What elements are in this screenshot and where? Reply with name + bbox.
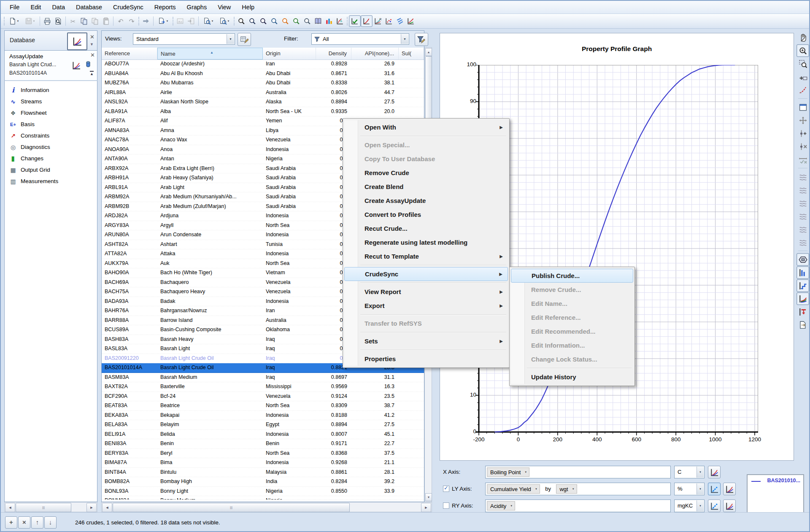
ry-axis-checkbox[interactable] xyxy=(443,502,449,509)
table-row[interactable]: BELA83A Belayim Egypt 0.8894 27.5 xyxy=(102,420,424,430)
chevron-down-icon[interactable]: ▼ xyxy=(697,467,704,478)
menu-create-blend[interactable]: Create Blend ▶ xyxy=(344,180,508,194)
panel-splitter[interactable] xyxy=(97,30,101,512)
database-cylinder-icon[interactable] xyxy=(85,60,92,68)
column-header-origin[interactable]: Origin xyxy=(263,48,316,59)
table-row[interactable]: BCF290A Bcf-24 Venezuela 0.9124 23.5 xyxy=(102,392,424,402)
move-points[interactable] xyxy=(796,114,809,127)
chevron-down-icon[interactable]: ▼ xyxy=(697,500,704,511)
close-panel-icon[interactable]: ✕ xyxy=(90,34,94,40)
table-row[interactable]: BELI91A Belida Indonesia 0.8007 45.1 xyxy=(102,430,424,440)
scroll-down-icon[interactable]: ▼ xyxy=(425,493,432,501)
menu-sets[interactable]: Sets ▶ xyxy=(344,334,508,348)
scroll-left-icon[interactable]: ◄ xyxy=(5,503,15,512)
view-histogram[interactable] xyxy=(796,266,809,279)
export-graph[interactable] xyxy=(796,319,809,331)
table-row[interactable]: BONM83A Bonny Medium Nigeria xyxy=(102,496,424,500)
view-image[interactable]: ▼ xyxy=(175,16,186,27)
menu-copy-to-user-database[interactable]: Copy To User Database ▶ xyxy=(344,152,508,166)
add-annotation[interactable] xyxy=(796,70,809,83)
find-assay[interactable]: ▼ xyxy=(258,16,269,27)
cut-points[interactable] xyxy=(796,305,809,318)
ly-axis-property-field[interactable]: Cumulative Yield by wgt xyxy=(485,483,671,495)
sidebar-hscrollbar[interactable]: ◄ ► xyxy=(4,502,97,512)
table-row[interactable]: BOMB82A Bombay High India 0.8284 39.2 xyxy=(102,477,424,487)
menu-bar-item[interactable]: Data xyxy=(46,2,70,12)
pan-hand[interactable] xyxy=(796,31,809,44)
x-axis-options-button[interactable] xyxy=(708,466,721,478)
ry-axis-unit-dropdown[interactable]: mgKC▼ xyxy=(674,500,705,512)
menu-crudesync[interactable]: CrudeSync ▶ xyxy=(344,267,508,281)
find-crude[interactable]: ▼ xyxy=(236,16,247,27)
toggle-profile-graph[interactable]: ▼ xyxy=(361,15,373,27)
ry-axis-options-button[interactable] xyxy=(723,500,736,512)
save-document[interactable]: ▼ xyxy=(22,16,38,27)
menu-remove-crude[interactable]: Remove Crude ▶ xyxy=(344,166,508,180)
sidebar-item-output-grid[interactable]: Output Grid xyxy=(5,164,97,176)
collapse-icon[interactable]: ▲ xyxy=(90,71,94,76)
sidebar-item-basis[interactable]: Basis xyxy=(5,119,97,130)
table-row[interactable]: BAXT82A Baxterville Mississippi 0.9569 1… xyxy=(102,382,424,392)
add-curves[interactable] xyxy=(796,210,809,222)
table-row[interactable]: AIRL88A Airlie Australia 0.8026 44.7 xyxy=(102,88,424,98)
column-header-name[interactable]: ▲Name xyxy=(157,48,263,59)
copy-curves[interactable] xyxy=(796,184,809,196)
menu-bar-item[interactable]: Reports xyxy=(149,2,181,12)
undo[interactable]: ▼ xyxy=(115,16,126,27)
menu-bar-item[interactable]: File xyxy=(4,2,25,12)
sidebar-item-information[interactable]: Information xyxy=(5,84,97,96)
dropdown-arrow-icon[interactable]: ▼ xyxy=(211,20,214,22)
find-general[interactable]: ▼ xyxy=(302,16,313,27)
menu-bar-item[interactable]: CrudeSync xyxy=(108,2,149,12)
find-property[interactable]: ▼ xyxy=(280,16,291,27)
table-row[interactable]: BINT84A Bintulu Malaysia 0.8861 28.1 xyxy=(102,468,424,478)
assay-update-card[interactable]: AssayUpdate Basrah Light Crud... BAS2010… xyxy=(4,50,97,81)
ly-axis-options-button[interactable] xyxy=(723,483,736,495)
add-point[interactable] xyxy=(796,127,809,140)
menu-open-with[interactable]: Open With ▶ xyxy=(344,120,508,134)
table-row[interactable]: BIMA87A Bima Indonesia 0.9268 21.1 xyxy=(102,458,424,468)
table-hscrollbar[interactable]: ◄ ► xyxy=(101,502,432,512)
delete-point[interactable] xyxy=(796,140,809,153)
scroll-right-icon[interactable]: ► xyxy=(421,503,431,512)
toggle-curve-points[interactable] xyxy=(796,153,809,166)
find-in-document-alt[interactable]: ▼ xyxy=(216,16,232,27)
table-row[interactable]: BEKA83A Bekapai Indonesia 0.8188 41.2 xyxy=(102,411,424,421)
data-sets[interactable]: ▼ xyxy=(324,16,335,27)
fit-curve[interactable] xyxy=(796,84,809,96)
menu-bar-item[interactable]: Database xyxy=(70,2,108,12)
view-curves[interactable] xyxy=(796,292,809,305)
x-axis-property-field[interactable]: Boiling Point xyxy=(485,466,671,478)
table-row[interactable]: BEAT83A Beatrice North Sea 0.8309 38.7 xyxy=(102,401,424,411)
assay-chart-icon[interactable] xyxy=(71,61,81,70)
submenu-remove-crude[interactable]: Remove Crude... ▶ xyxy=(511,283,633,297)
dropdown-arrow-icon[interactable]: ▼ xyxy=(166,20,169,22)
menu-recut-crude[interactable]: Recut Crude... ▶ xyxy=(344,221,508,235)
table-row[interactable]: ABUA84A Abu Al Bu Khoosh Abu Dhabi 0.867… xyxy=(102,69,424,79)
submenu-edit-reference[interactable]: Edit Reference... ▶ xyxy=(511,311,633,324)
shift-curves[interactable] xyxy=(796,170,809,183)
menu-regenerate[interactable]: Regenerate using latest modelling ▶ xyxy=(344,235,508,249)
scroll-right-icon[interactable]: ► xyxy=(86,503,97,512)
menu-convert-to-profiles[interactable]: Convert to Profiles ▶ xyxy=(344,208,508,221)
menu-bar-item[interactable]: Edit xyxy=(25,2,46,12)
new-document[interactable]: ▼ xyxy=(6,16,22,27)
dropdown-arrow-icon[interactable]: ▼ xyxy=(33,20,35,22)
table-row[interactable]: BENI83A Benin Benin 0.9171 22.7 xyxy=(102,439,424,449)
find-sample[interactable]: ▼ xyxy=(269,16,280,27)
submenu-update-history[interactable]: Update History ▶ xyxy=(511,370,633,384)
move-up[interactable]: ↑ xyxy=(31,516,43,529)
table-row[interactable]: BASM83A Basrah Medium Iraq 0.8697 31.1 xyxy=(102,373,424,383)
submenu-edit-information[interactable]: Edit Information... ▶ xyxy=(511,338,633,352)
copy-special[interactable]: ▼ xyxy=(89,16,100,27)
edit-view-button[interactable] xyxy=(238,33,251,46)
menu-properties[interactable]: Properties ▶ xyxy=(344,352,508,366)
menu-transfer-to-refsys[interactable]: Transfer to RefSYS ▶ xyxy=(344,316,508,330)
toggle-quality-graph[interactable]: ▼ xyxy=(349,15,361,27)
table-row[interactable]: ANSL92A Alaskan North Slope Alaska 0.889… xyxy=(102,97,424,107)
panel-pin-icon[interactable]: ▼ xyxy=(90,43,94,46)
view-3d[interactable] xyxy=(796,253,809,266)
sidebar-item-constraints[interactable]: Constraints xyxy=(5,130,97,141)
send-to[interactable]: ▼ xyxy=(155,16,171,27)
scroll-up-icon[interactable]: ▲ xyxy=(425,48,432,56)
